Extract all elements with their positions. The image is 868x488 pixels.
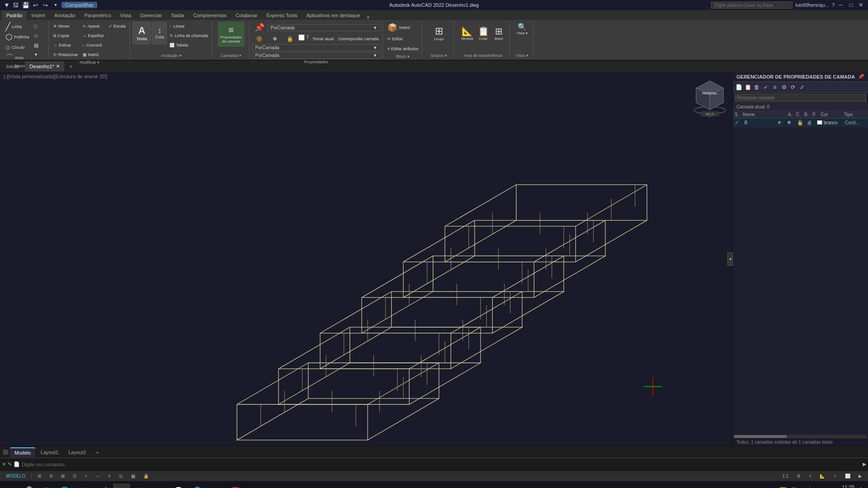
command-close-btn[interactable]: ✕ bbox=[2, 461, 6, 467]
tab-gerenciar[interactable]: Gerenciar bbox=[136, 11, 166, 20]
layer-settings-btn[interactable]: ⚙ bbox=[780, 83, 788, 91]
status-otrack-btn[interactable]: ↔ bbox=[93, 473, 102, 479]
taskbar-app-store[interactable]: 🛒 bbox=[94, 483, 111, 488]
base-btn[interactable]: ⊞ Base bbox=[492, 22, 506, 44]
tab-layout1[interactable]: Layout1 bbox=[36, 447, 63, 457]
drawing-canvas[interactable]: .sl { stroke: #c8c8a0; stroke-width: 1.0… bbox=[0, 72, 732, 446]
tab-complementos[interactable]: Complementos bbox=[189, 11, 231, 20]
annotation-linear-btn[interactable]: ╴Linear bbox=[168, 22, 210, 31]
edit-btn[interactable]: ✏Editar bbox=[386, 34, 405, 43]
col-name[interactable]: Nome bbox=[743, 112, 750, 117]
layer-new-from-obj-btn[interactable]: 📋 bbox=[744, 83, 752, 91]
taskbar-app-spotify[interactable]: ♪ bbox=[151, 483, 168, 488]
modify-move-btn[interactable]: ✛Mover bbox=[52, 22, 80, 31]
modify-scale-btn[interactable]: ⤢Escala bbox=[107, 22, 127, 31]
search-input[interactable] bbox=[711, 2, 793, 9]
tray-clock[interactable]: 11:25 22/04/2023 bbox=[832, 484, 854, 488]
col-cor[interactable]: Cor bbox=[821, 112, 843, 117]
status-check-btn[interactable]: ✓ bbox=[831, 473, 839, 479]
status-more-btn[interactable]: ▶ bbox=[856, 473, 864, 479]
start-button[interactable]: ⊞ bbox=[4, 483, 18, 488]
layer-panel-pin[interactable]: 📌 bbox=[858, 74, 864, 80]
layer-icon-1[interactable]: 🔆 bbox=[252, 34, 267, 43]
layer-states-btn[interactable]: ≡ bbox=[771, 83, 779, 91]
group-btn[interactable]: ⊞ Grupo bbox=[432, 22, 446, 44]
tab-aplicativos[interactable]: Aplicativos em destaque bbox=[302, 11, 365, 20]
taskbar-app-explorer[interactable]: 📁 bbox=[75, 483, 92, 488]
draw-rect-btn[interactable]: □ bbox=[32, 22, 47, 31]
status-transparency-btn[interactable]: ◎ bbox=[117, 473, 125, 479]
status-lock-btn[interactable]: 🔒 bbox=[141, 473, 151, 479]
layer-scrollbar[interactable] bbox=[733, 434, 868, 438]
layer-plot-icon[interactable]: 🖨 bbox=[807, 120, 816, 125]
view-cube[interactable]: N FRONTAL WCS bbox=[692, 76, 728, 117]
draw-pline-btn[interactable]: ⬡Polilinha bbox=[4, 32, 31, 42]
task-view-btn[interactable]: ⧉ bbox=[40, 483, 54, 488]
tab-saida[interactable]: Saída bbox=[166, 11, 189, 20]
tab-express[interactable]: Express Tools bbox=[262, 11, 302, 20]
annotation-leader-btn[interactable]: ✎Linha de chamada bbox=[168, 31, 210, 40]
insert-block-btn[interactable]: 📦 Inserir bbox=[386, 22, 412, 33]
tab-desenho1[interactable]: Desenho1* ✕ bbox=[25, 61, 64, 71]
tab-add[interactable]: + bbox=[65, 61, 77, 71]
modify-rotate-btn[interactable]: ↻Rotacionar bbox=[52, 50, 80, 59]
layer-on-icon[interactable]: ☀ bbox=[777, 120, 786, 126]
layer-freeze-icon[interactable]: ❄ bbox=[787, 120, 796, 126]
annotation-dim-btn[interactable]: ↕ Cota bbox=[152, 22, 167, 44]
modify-trim-btn[interactable]: ✂Aparar bbox=[81, 22, 106, 31]
taskbar-app-folder[interactable]: 📂 bbox=[132, 483, 149, 488]
draw-ellipse-btn[interactable]: ⬭ bbox=[32, 31, 47, 40]
search-taskbar-btn[interactable]: 🔍 bbox=[24, 483, 38, 488]
status-grid-btn[interactable]: ⊞ bbox=[35, 473, 43, 479]
status-zoom-level[interactable]: 1:1 bbox=[780, 473, 791, 479]
panel-collapse-btn[interactable]: ◄ bbox=[727, 252, 733, 266]
taskbar-app-notepad[interactable]: N bbox=[113, 483, 130, 488]
status-ortho-btn[interactable]: ⊠ bbox=[59, 473, 67, 479]
tab-inserir[interactable]: Inserir bbox=[27, 11, 50, 20]
draw-line-btn[interactable]: ╱Linha bbox=[4, 22, 31, 32]
layer-icon-3[interactable]: 🔒 bbox=[283, 34, 297, 43]
status-lineweight-btn[interactable]: ≡ bbox=[106, 473, 113, 479]
status-polar-btn[interactable]: ⊡ bbox=[71, 473, 79, 479]
edit-attrs-btn[interactable]: ≡Editar atributos bbox=[386, 44, 420, 53]
status-snap-btn[interactable]: ⊟ bbox=[47, 473, 55, 479]
tab-anotacao[interactable]: Anotação bbox=[50, 11, 80, 20]
layer-correspond-btn[interactable]: Corresponder camada bbox=[336, 34, 381, 43]
share-button[interactable]: Compartilhar bbox=[61, 2, 97, 8]
layer-color-box[interactable] bbox=[298, 34, 305, 41]
taskbar-app-vscode[interactable]: ◈ bbox=[208, 483, 225, 488]
status-add-btn[interactable]: + bbox=[807, 473, 814, 479]
status-model-btn[interactable]: MODELO bbox=[4, 473, 28, 479]
drawing-viewport[interactable]: [-][Vista personalizada][Estrutura de ar… bbox=[0, 72, 732, 446]
taskbar-app-autocad[interactable]: 🅰 bbox=[227, 483, 244, 488]
layer-new-btn[interactable]: 📄 bbox=[735, 83, 743, 91]
tab-layout2[interactable]: Layout2 bbox=[64, 447, 90, 457]
modify-array-btn[interactable]: ▦Matriz bbox=[81, 50, 106, 59]
quick-access-redo[interactable]: ↪ bbox=[42, 1, 50, 9]
layer-set-current-btn[interactable]: ✓ bbox=[762, 83, 770, 91]
layer-tomar-btn[interactable]: Tomar atual bbox=[311, 34, 335, 43]
modify-copy-btn[interactable]: ⧉Copiar bbox=[52, 31, 80, 40]
tab-iniciar[interactable]: Iniciar bbox=[2, 61, 24, 71]
tab-colaborar[interactable]: Colaborar bbox=[231, 11, 262, 20]
measure-btn[interactable]: 📐 Medida bbox=[459, 22, 475, 44]
quick-access-undo[interactable]: ↩ bbox=[32, 1, 40, 9]
prop-linetype-dropdown[interactable]: PorCamada▼ bbox=[252, 52, 381, 59]
tab-padrao[interactable]: Padrão bbox=[2, 11, 27, 20]
quick-access-dropdown[interactable]: ▼ bbox=[52, 1, 60, 9]
layer-properties-btn[interactable]: ≡ Propriedadesda camada bbox=[218, 22, 244, 47]
prop-color-dropdown[interactable]: PorCamada▼ bbox=[252, 44, 381, 51]
modify-mirror-btn[interactable]: ⫠Espelhar bbox=[81, 31, 106, 40]
layer-icon-2[interactable]: ❄ bbox=[268, 34, 282, 43]
tab-add-layout[interactable]: + bbox=[91, 447, 103, 457]
status-measure-btn[interactable]: 📐 bbox=[817, 473, 827, 479]
status-isolate-btn[interactable]: ⬜ bbox=[843, 473, 853, 479]
status-osnap-btn[interactable]: + bbox=[82, 473, 90, 479]
layer-name-dropdown[interactable]: PorCamada▼ bbox=[268, 24, 381, 31]
annotation-table-btn[interactable]: ⬜Tabela bbox=[168, 41, 210, 50]
status-settings-btn[interactable]: ⚙ bbox=[794, 473, 803, 479]
paste-btn[interactable]: 📋 Colar bbox=[476, 22, 491, 44]
taskbar-app-edge[interactable]: 🌐 bbox=[56, 483, 73, 488]
layer-max-btn[interactable]: ⤢ bbox=[798, 83, 806, 91]
tab-parametrico[interactable]: Paramétrico bbox=[80, 11, 116, 20]
